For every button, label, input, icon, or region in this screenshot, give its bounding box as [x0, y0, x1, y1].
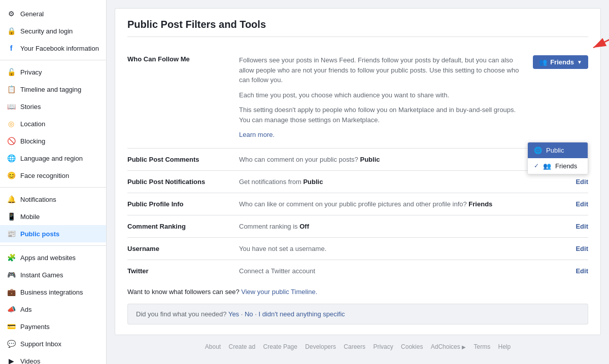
learn-more-link[interactable]: Learn more. [239, 131, 275, 138]
sidebar-item-public-posts[interactable]: 📰 Public posts [0, 225, 106, 242]
notifications-icon: 🔔 [6, 194, 16, 204]
edit-username-link[interactable]: Edit [576, 245, 588, 252]
sidebar-item-stories[interactable]: 📖 Stories [0, 98, 106, 115]
footer-link-create-page[interactable]: Create Page [263, 343, 297, 350]
sidebar-item-instant-games[interactable]: 🎮 Instant Games [0, 266, 106, 283]
feedback-yes-link[interactable]: Yes [228, 310, 239, 318]
sidebar-item-timeline[interactable]: 📋 Timeline and tagging [0, 81, 106, 98]
shield-icon: 🔒 [6, 26, 16, 36]
follow-description: Followers see your posts in News Feed. F… [239, 55, 525, 140]
row-value-username: You have not set a username. [239, 245, 567, 252]
checkmark-icon: ✓ [534, 162, 539, 169]
public-posts-icon: 📰 [6, 229, 16, 239]
footer-link-terms[interactable]: Terms [473, 343, 490, 350]
language-icon: 🌐 [6, 153, 16, 163]
sidebar-group-2: 🔓 Privacy 📋 Timeline and tagging 📖 Stori… [0, 63, 106, 184]
payments-icon: 💳 [6, 321, 16, 332]
row-value-comments: Who can comment on your public posts? Pu… [239, 156, 567, 163]
footer-link-adchoices[interactable]: AdChoices ▶ [431, 343, 466, 350]
edit-comment-ranking-link[interactable]: Edit [576, 223, 588, 230]
sidebar-group-1: ⚙ General 🔒 Security and login f Your Fa… [0, 5, 106, 57]
face-icon: 😊 [6, 170, 16, 180]
footer-link-developers[interactable]: Developers [305, 343, 336, 350]
follow-dropdown-button[interactable]: 👥 Friends ▼ [533, 55, 588, 69]
sidebar-item-face-recognition[interactable]: 😊 Face recognition [0, 167, 106, 184]
timeline-icon: 📋 [6, 84, 16, 94]
fb-icon: f [6, 43, 16, 53]
ads-icon: 📣 [6, 304, 16, 314]
svg-line-1 [593, 30, 609, 48]
adchoices-icon: ▶ [462, 344, 466, 350]
edit-profile-info-link[interactable]: Edit [576, 200, 588, 208]
follow-dropdown-menu: 🌐 Public ✓ 👥 Friends [527, 142, 588, 174]
footer-link-help[interactable]: Help [498, 343, 511, 350]
row-value-comment-ranking: Comment ranking is Off [239, 223, 567, 230]
globe-icon: 🌐 [534, 147, 542, 154]
edit-notifications-link[interactable]: Edit [576, 178, 588, 186]
sidebar-group-3: 🔔 Notifications 📱 Mobile 📰 Public posts [0, 191, 106, 242]
sidebar-item-support-inbox[interactable]: 💬 Support Inbox [0, 335, 106, 352]
content-panel: Public Post Filters and Tools Who Can Fo… [115, 8, 601, 335]
sidebar-item-general[interactable]: ⚙ General [0, 5, 106, 22]
sidebar-item-blocking[interactable]: 🚫 Blocking [0, 132, 106, 150]
privacy-icon: 🔓 [6, 67, 16, 77]
feedback-neither-link[interactable]: I didn't need anything specific [258, 310, 345, 318]
sidebar-item-ads[interactable]: 📣 Ads [0, 301, 106, 318]
people-icon: 👥 [539, 58, 547, 66]
sidebar: ⚙ General 🔒 Security and login f Your Fa… [0, 0, 107, 364]
footer-link-cookies[interactable]: Cookies [401, 343, 423, 350]
public-timeline-link[interactable]: View your public Timeline. [241, 288, 317, 296]
row-twitter: Twitter Connect a Twitter account Edit [127, 260, 588, 282]
divider-1 [0, 60, 106, 60]
settings-rows: Public Post Comments Who can comment on … [127, 149, 588, 282]
sidebar-item-business[interactable]: 💼 Business integrations [0, 283, 106, 301]
edit-twitter-link[interactable]: Edit [576, 267, 588, 275]
follow-desc-1: Followers see your posts in News Feed. F… [239, 55, 525, 85]
chevron-down-icon: ▼ [577, 59, 582, 65]
sidebar-item-mobile[interactable]: 📱 Mobile [0, 208, 106, 225]
support-icon: 💬 [6, 339, 16, 349]
public-timeline-section: Want to know what followers can see? Vie… [127, 282, 588, 298]
sidebar-item-security[interactable]: 🔒 Security and login [0, 22, 106, 40]
location-icon: ◎ [6, 119, 16, 129]
apps-icon: 🧩 [6, 252, 16, 263]
follow-label: Who Can Follow Me [127, 55, 239, 140]
sidebar-item-facebook-info[interactable]: f Your Facebook information [0, 40, 106, 57]
sidebar-item-privacy[interactable]: 🔓 Privacy [0, 63, 106, 81]
block-icon: 🚫 [6, 136, 16, 146]
follow-desc-2: Each time you post, you choose which aud… [239, 90, 525, 100]
sidebar-item-language[interactable]: 🌐 Language and region [0, 150, 106, 167]
divider-3 [0, 245, 106, 246]
sidebar-item-apps-websites[interactable]: 🧩 Apps and websites [0, 249, 106, 266]
mobile-icon: 📱 [6, 211, 16, 222]
sidebar-item-payments[interactable]: 💳 Payments [0, 318, 106, 335]
gear-icon: ⚙ [6, 9, 16, 19]
row-public-post-comments: Public Post Comments Who can comment on … [127, 149, 588, 171]
sidebar-item-notifications[interactable]: 🔔 Notifications [0, 191, 106, 208]
footer-link-create-ad[interactable]: Create ad [229, 343, 256, 350]
friends-icon: 👥 [543, 162, 551, 170]
dropdown-option-public[interactable]: 🌐 Public [528, 142, 588, 158]
row-public-profile-info: Public Profile Info Who can like or comm… [127, 193, 588, 215]
business-icon: 💼 [6, 287, 16, 297]
sidebar-item-location[interactable]: ◎ Location [0, 115, 106, 132]
dropdown-option-friends[interactable]: ✓ 👥 Friends [528, 158, 588, 174]
feedback-no-link[interactable]: No [245, 310, 253, 318]
footer-link-careers[interactable]: Careers [344, 343, 365, 350]
follow-action: 👥 Friends ▼ 🌐 Public ✓ 👥 Friends [533, 55, 588, 140]
row-value-notifications: Get notifications from Public [239, 178, 567, 186]
follow-section: Who Can Follow Me Followers see your pos… [127, 47, 588, 149]
row-public-post-notifications: Public Post Notifications Get notificati… [127, 171, 588, 193]
sidebar-group-4: 🧩 Apps and websites 🎮 Instant Games 💼 Bu… [0, 249, 106, 364]
footer-link-privacy[interactable]: Privacy [373, 343, 393, 350]
row-username: Username You have not set a username. Ed… [127, 238, 588, 260]
page-title: Public Post Filters and Tools [127, 19, 588, 37]
follow-desc-3: This setting doesn't apply to people who… [239, 105, 525, 125]
row-value-profile-info: Who can like or comment on your public p… [239, 200, 567, 208]
feedback-bar: Did you find what you needed? Yes · No ·… [127, 304, 588, 324]
footer-link-about[interactable]: About [205, 343, 221, 350]
divider-2 [0, 187, 106, 188]
sidebar-item-videos[interactable]: ▶ Videos [0, 352, 106, 364]
row-value-twitter: Connect a Twitter account [239, 267, 567, 275]
videos-icon: ▶ [6, 356, 16, 364]
